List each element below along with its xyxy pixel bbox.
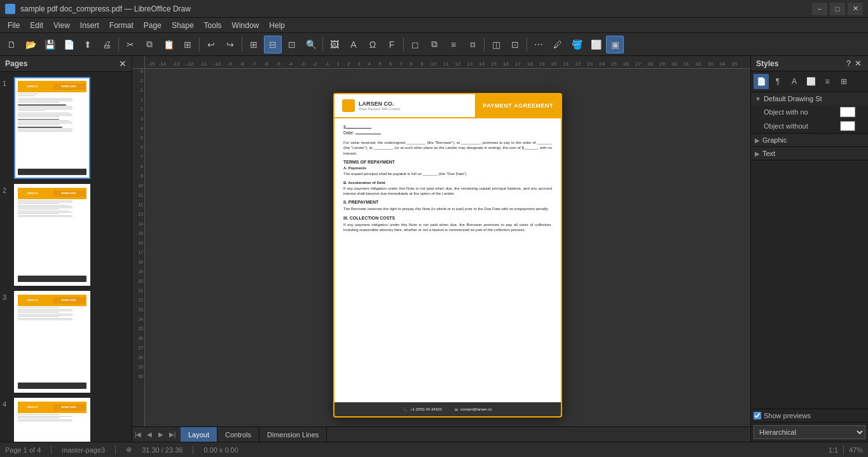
menu-edit[interactable]: Edit [25,18,48,32]
page-number-3: 3 [3,293,10,301]
pages-panel-close[interactable]: ✕ [119,59,127,69]
email-address: contact@larsen.co [460,407,492,411]
tab-dimension-lines[interactable]: Dimension Lines [259,427,327,442]
doc-sub-b: B. Acceleration of Debt [343,181,552,185]
menu-help[interactable]: Help [264,18,290,32]
distribution-button[interactable]: ⧈ [464,36,481,53]
menu-window[interactable]: Window [227,18,265,32]
tab-bar: |◀ ◀ ▶ ▶| Layout Controls Dimension Line… [132,426,750,442]
tab-last-button[interactable]: ▶| [167,429,178,440]
page-thumb-2[interactable]: 2 LARSEN CO. PAYMENT AGRE... [3,184,129,286]
status-left: Page 1 of 4 master-page3 ⊕ 31.30 / 23.36… [5,446,238,454]
status-coordinates: 31.30 / 23.36 [142,446,183,454]
style-para-button[interactable]: ¶ [770,74,785,89]
styles-panel-header: Styles ? ✕ [751,56,868,71]
copy-button[interactable]: ⧉ [141,36,158,53]
page-thumb-3[interactable]: 3 LARSEN CO. PAYMENT AGRE... [3,291,129,393]
tab-prev-button[interactable]: ◀ [144,429,155,440]
styles-panel-title: Styles [756,59,778,68]
menu-page[interactable]: Page [139,18,167,32]
export-button[interactable]: ⬆ [79,36,97,53]
styles-dropdown[interactable]: Hierarchical All Styles Applied Styles [754,425,865,439]
undo-button[interactable]: ↩ [202,36,220,53]
status-separator-1 [51,446,52,454]
ruler-left: -3 -2 -1 1 2 3 4 5 6 7 8 9 10 11 12 13 1… [132,69,145,442]
redo-button[interactable]: ↪ [221,36,239,53]
styles-bottom-dropdown: Hierarchical All Styles Applied Styles [751,422,868,442]
style-frame-button[interactable]: ⬜ [803,74,818,89]
menu-insert[interactable]: Insert [75,18,104,32]
shadow-button[interactable]: ◫ [487,36,505,53]
show-previews-checkbox[interactable] [754,412,761,419]
page-number-1: 1 [3,80,10,87]
page-thumb-1[interactable]: 1 LARSEN CO. PAYMENT AGRE... [3,77,129,179]
styles-help-button[interactable]: ? [845,59,852,68]
align-button[interactable]: ≡ [444,36,462,53]
doc-footer: 📞 +1 (555) 34-34322 ✉ contact@larsen.co [334,402,561,416]
print-button[interactable]: 🖨 [98,36,116,53]
page-thumb-4[interactable]: 4 LARSEN CO. PAYMENT AGRE... [3,398,129,442]
line-color-button[interactable]: 🖊 [549,36,567,53]
menu-format[interactable]: Format [104,18,139,32]
style-group-text-header[interactable]: ▶ Text [751,147,868,160]
tab-layout[interactable]: Layout [181,427,217,442]
amount-line [346,128,371,129]
menu-view[interactable]: View [48,18,75,32]
document-canvas[interactable]: LARSEN CO. Magic Happens With Content PA… [145,69,750,442]
page-preview-1[interactable]: LARSEN CO. PAYMENT AGRE... [14,77,90,179]
save-button[interactable]: 💾 [41,36,59,53]
style-item-object-without[interactable]: Object without [751,119,868,133]
status-zoom-level: 47% [849,446,863,454]
snap-grid-button[interactable]: ⊟ [264,36,282,53]
clone-button[interactable]: ⊞ [179,36,196,53]
maximize-button[interactable]: □ [830,3,845,15]
status-zoom-ratio: 1:1 [829,446,838,454]
tab-next-button[interactable]: ▶ [155,429,167,440]
style-list-button[interactable]: ≡ [820,74,835,89]
style-char-button[interactable]: A [787,74,802,89]
cut-button[interactable]: ✂ [121,36,139,53]
open-button[interactable]: 📂 [22,36,39,53]
node-edit-button[interactable]: ⋯ [530,36,548,53]
new-button[interactable]: 🗋 [3,36,20,53]
style-preview-thumb[interactable]: ⊞ [836,74,851,89]
toolbar-separator-3 [242,38,242,52]
menu-file[interactable]: File [3,18,25,32]
tab-nav-buttons: |◀ ◀ ▶ ▶| [132,429,178,440]
styles-close-button[interactable]: ✕ [853,59,863,68]
export-pdf-button[interactable]: 📄 [60,36,78,53]
company-name: LARSEN CO. [359,101,400,107]
style-page-button[interactable]: 📄 [754,74,769,89]
doc-footer-email: ✉ contact@larsen.co [455,407,492,412]
menu-tools[interactable]: Tools [199,18,227,32]
doc-title: PAYMENT AGREEMENT [475,94,561,117]
crop-button[interactable]: ⊡ [506,36,524,53]
tab-first-button[interactable]: |◀ [132,429,144,440]
arrange-button[interactable]: ⧉ [425,36,443,53]
active-mode-button[interactable]: ▣ [606,36,624,53]
show-previews-label[interactable]: Show previews [764,412,811,419]
tab-controls[interactable]: Controls [217,427,259,442]
style-group-graphic-header[interactable]: ▶ Graphic [751,134,868,146]
page-preview-4[interactable]: LARSEN CO. PAYMENT AGRE... [14,398,90,442]
page-preview-3[interactable]: LARSEN CO. PAYMENT AGRE... [14,291,90,393]
menu-shape[interactable]: Shape [167,18,199,32]
style-item-object-with[interactable]: Object with no [751,105,868,119]
close-button[interactable]: ✕ [848,3,863,15]
zoom-button[interactable]: 🔍 [302,36,320,53]
text-button[interactable]: A [345,36,362,53]
minimize-button[interactable]: − [812,3,827,15]
grid-display-button[interactable]: ⊞ [245,36,263,53]
shapes-button[interactable]: ◻ [406,36,424,53]
special-char-button[interactable]: Ω [364,36,382,53]
pages-panel-title: Pages [5,59,27,68]
fontwork-button[interactable]: F [383,36,401,53]
image-button[interactable]: 🖼 [326,36,343,53]
doc-amount: $ [343,125,552,129]
style-group-default-header[interactable]: ▼ Default Drawing St [751,92,868,105]
fill-color-button[interactable]: 🪣 [568,36,586,53]
fit-button[interactable]: ⊡ [283,36,301,53]
page-preview-2[interactable]: LARSEN CO. PAYMENT AGRE... [14,184,90,286]
paste-button[interactable]: 📋 [160,36,177,53]
area-style-button[interactable]: ⬜ [587,36,605,53]
